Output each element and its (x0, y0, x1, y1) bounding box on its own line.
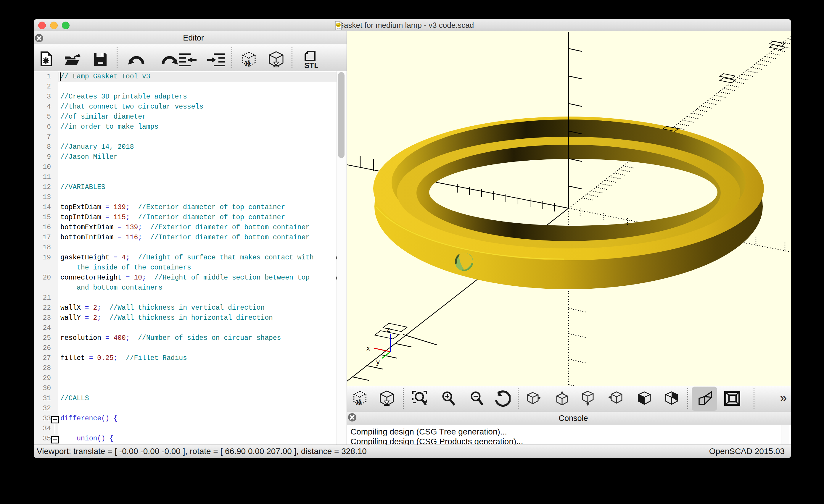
svg-text:»: » (355, 395, 362, 407)
svg-text:x: x (367, 344, 370, 352)
svg-text:z: z (387, 325, 390, 333)
svg-text:»: » (244, 55, 251, 68)
svg-text:y: y (376, 358, 380, 366)
svg-text:STL: STL (304, 61, 318, 69)
svg-text:SCAD: SCAD (336, 27, 341, 29)
